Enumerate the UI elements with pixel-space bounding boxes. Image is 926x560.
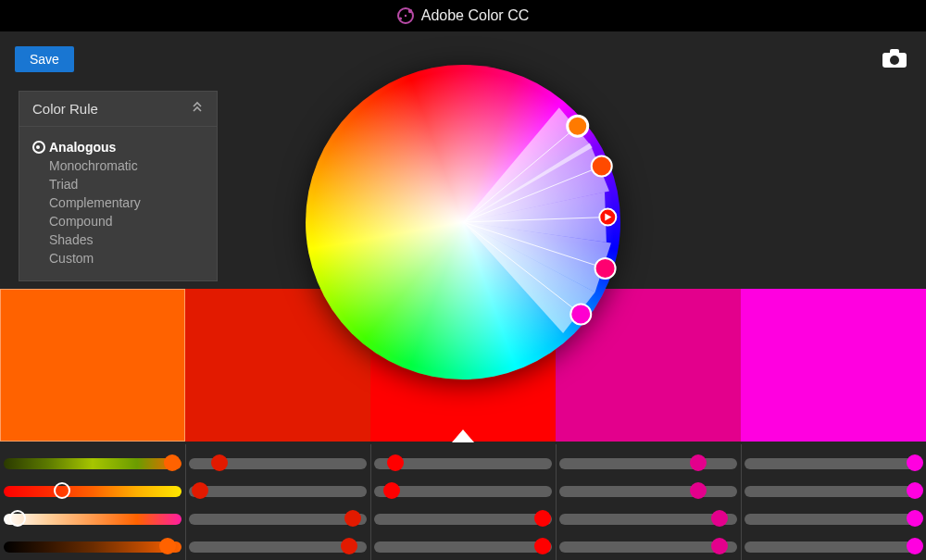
slider-handle[interactable] [383,482,400,499]
slider-row [9,479,917,504]
slider-handle[interactable] [534,510,551,527]
color-rule-item[interactable]: Analogous [32,138,204,156]
gradient-track[interactable] [4,541,181,553]
camera-button[interactable] [878,46,911,74]
slider-handle[interactable] [159,538,176,554]
color-rule-item[interactable]: Complementary [32,193,204,212]
color-rule-item[interactable]: Shades [32,230,204,249]
value-track[interactable] [374,541,552,553]
hue-wheel[interactable] [306,65,620,380]
color-rule-item-label: Custom [49,251,94,266]
color-rule-item[interactable]: Monochromatic [32,156,204,175]
app-title: Adobe Color CC [421,7,530,24]
svg-point-2 [399,17,402,19]
camera-icon [881,47,908,73]
column-divider [741,444,742,560]
slider-handle[interactable] [9,510,26,527]
gradient-track[interactable] [4,486,181,497]
color-rule-item[interactable]: Compound [32,212,204,230]
value-track[interactable] [745,458,922,469]
slider-handle[interactable] [534,538,551,554]
slider-row [9,452,917,476]
slider-handle[interactable] [164,454,181,471]
slider-handle[interactable] [711,510,728,527]
color-rule-list: AnalogousMonochromaticTriadComplementary… [19,127,217,280]
save-button[interactable]: Save [15,46,74,72]
svg-point-3 [405,15,407,17]
value-track[interactable] [559,486,737,497]
value-track[interactable] [745,514,922,525]
color-rule-item-label: Compound [49,214,113,229]
slider-handle[interactable] [711,538,728,554]
slider-handle[interactable] [211,454,228,471]
slider-handle[interactable] [690,482,707,499]
color-rule-header[interactable]: Color Rule [19,92,217,127]
value-track[interactable] [374,514,552,525]
slider-handle[interactable] [907,510,923,527]
gradient-track[interactable] [4,514,181,525]
app-header: Adobe Color CC [0,0,926,31]
slider-row [9,535,917,559]
swatch[interactable] [741,289,926,442]
swatch[interactable] [0,289,185,442]
svg-point-6 [890,56,899,65]
color-rule-item-label: Shades [49,232,93,247]
column-divider [185,444,186,560]
slider-area [0,444,926,560]
value-track[interactable] [745,486,922,497]
column-divider [556,444,557,560]
slider-row [9,507,917,531]
active-swatch-caret-icon [452,429,474,442]
value-track[interactable] [559,458,737,469]
slider-handle[interactable] [192,482,208,499]
column-divider [370,444,371,560]
svg-rect-5 [890,49,899,55]
gradient-track[interactable] [4,458,181,469]
color-rule-item-label: Triad [49,177,78,192]
value-track[interactable] [189,486,367,497]
value-track[interactable] [374,486,552,497]
color-rule-item-label: Complementary [49,195,141,210]
svg-point-1 [408,9,412,13]
slider-handle[interactable] [907,454,923,471]
color-rule-item-label: Analogous [49,140,116,155]
slider-handle[interactable] [907,482,923,499]
slider-handle[interactable] [54,482,70,499]
slider-handle[interactable] [907,538,923,554]
color-rule-panel: Color Rule AnalogousMonochromaticTriadCo… [19,91,218,281]
color-rule-item[interactable]: Triad [32,175,204,193]
collapse-double-chevron-icon [191,101,204,117]
value-track[interactable] [745,541,922,553]
slider-handle[interactable] [344,510,361,527]
slider-handle[interactable] [690,454,707,471]
color-wheel[interactable] [306,65,620,380]
color-rule-item[interactable]: Custom [32,249,204,268]
slider-handle[interactable] [341,538,357,554]
color-rule-item-label: Monochromatic [49,158,138,173]
adobe-color-logo-icon [397,7,414,24]
slider-handle[interactable] [387,454,404,471]
color-rule-title: Color Rule [32,101,98,117]
value-track[interactable] [189,514,367,525]
